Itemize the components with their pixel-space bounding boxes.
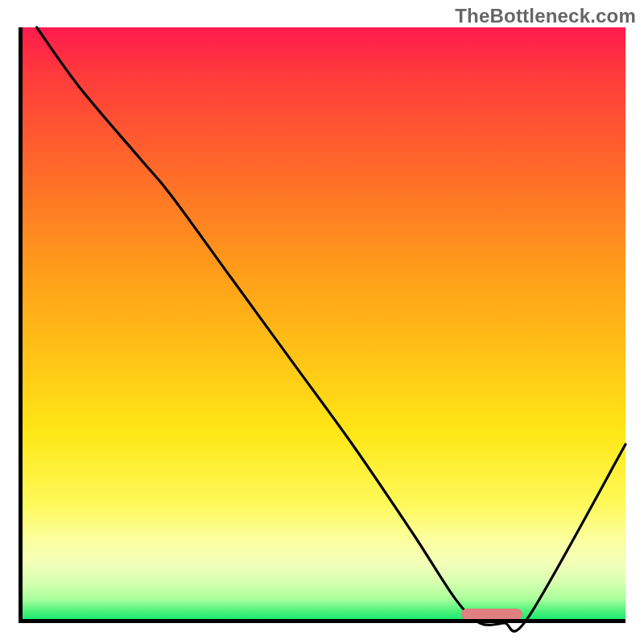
chart-container: TheBottleneck.com xyxy=(0,0,644,644)
bottleneck-curve xyxy=(37,27,625,631)
plot-area xyxy=(19,27,625,623)
curve-svg xyxy=(19,27,625,623)
watermark-text: TheBottleneck.com xyxy=(455,5,636,27)
optimal-range-marker xyxy=(461,609,522,620)
